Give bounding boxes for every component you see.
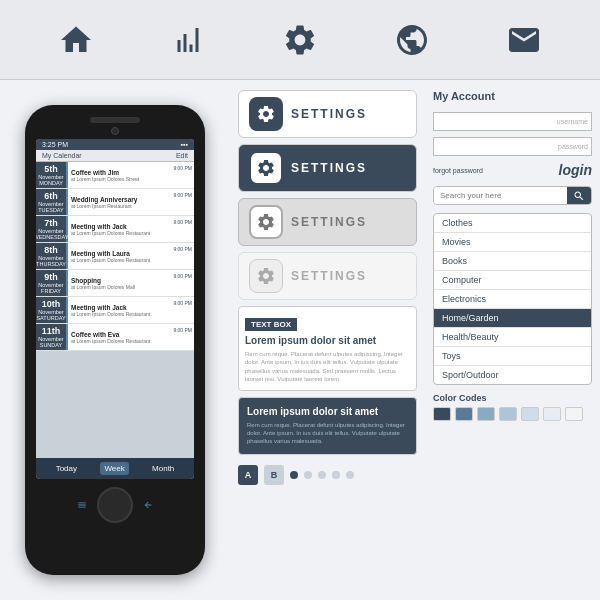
textbox-title-2: Lorem ipsum dolor sit amet (247, 406, 408, 417)
event-date-6: 10th November SATURDAY (36, 297, 68, 323)
settings-button-2[interactable]: SETTINGS (238, 144, 417, 192)
gear-icon[interactable] (270, 10, 330, 70)
swatch-4[interactable] (499, 407, 517, 421)
category-electronics[interactable]: Electronics (434, 290, 591, 309)
settings-icon-4 (249, 259, 283, 293)
category-health-beauty[interactable]: Health/Beauty (434, 328, 591, 347)
phone-time: 3:25 PM (42, 141, 68, 148)
tab-week[interactable]: Week (100, 462, 128, 475)
page-dot-2[interactable] (304, 471, 312, 479)
category-computer[interactable]: Computer (434, 271, 591, 290)
textbox-title-1: Lorem ipsum dolor sit amet (245, 335, 410, 346)
phone-bottom-bar: Today Week Month (36, 458, 194, 479)
search-input[interactable] (434, 187, 567, 204)
swatch-3[interactable] (477, 407, 495, 421)
swatch-1[interactable] (433, 407, 451, 421)
page-btn-b[interactable]: B (264, 465, 284, 485)
event-loc-7: at Lorem Ipsum Dolores Restaurant (71, 338, 168, 344)
calendar-event-7[interactable]: 11th November SUNDAY Coffee with Eva at … (36, 324, 194, 351)
color-codes-title: Color Codes (433, 393, 592, 403)
settings-button-1[interactable]: SETTINGS (238, 90, 417, 138)
page-dot-5[interactable] (346, 471, 354, 479)
tab-today[interactable]: Today (52, 462, 81, 475)
event-date-3: 7th November WEDNESDAY (36, 216, 68, 242)
event-detail-6: Meeting with Jack at Lorem Ipsum Dolores… (68, 297, 171, 323)
home-icon[interactable] (46, 10, 106, 70)
settings-button-3[interactable]: SETTINGS (238, 198, 417, 246)
page-dot-3[interactable] (318, 471, 326, 479)
globe-icon[interactable] (382, 10, 442, 70)
swatch-6[interactable] (543, 407, 561, 421)
edit-button[interactable]: Edit (176, 152, 188, 159)
account-form: username password forgot password login (433, 110, 592, 178)
main-content: 3:25 PM ▪▪▪ My Calendar Edit 5th Novembe… (0, 80, 600, 600)
calendar-event-4[interactable]: 8th November THURSDAY Meeting with Laura… (36, 243, 194, 270)
page-dot-1[interactable] (290, 471, 298, 479)
event-time-2: 9:00 PM (171, 189, 194, 215)
textbox-1: TEXT BOX Lorem ipsum dolor sit amet Rem … (238, 306, 417, 391)
swatch-7[interactable] (565, 407, 583, 421)
username-label: username (557, 117, 588, 124)
swatch-5[interactable] (521, 407, 539, 421)
category-home-garden[interactable]: Home/Garden (434, 309, 591, 328)
phone-section: 3:25 PM ▪▪▪ My Calendar Edit 5th Novembe… (0, 80, 230, 600)
mail-icon[interactable] (494, 10, 554, 70)
day-num-6: 10th (42, 299, 61, 309)
phone-status-bar: 3:25 PM ▪▪▪ (36, 139, 194, 150)
category-list: Clothes Movies Books Computer Electronic… (433, 213, 592, 385)
calendar-event-6[interactable]: 10th November SATURDAY Meeting with Jack… (36, 297, 194, 324)
event-loc-3: at Lorem Ipsum Dolores Restaurant (71, 230, 168, 236)
phone-status-icons: ▪▪▪ (181, 141, 188, 148)
phone: 3:25 PM ▪▪▪ My Calendar Edit 5th Novembe… (25, 105, 205, 575)
event-loc-5: at Lorem Ipsum Dolores Mall (71, 284, 168, 290)
event-date-1: 5th November MONDAY (36, 162, 68, 188)
page-dot-4[interactable] (332, 471, 340, 479)
event-loc-4: at Lorem Ipsum Dolores Restaurant (71, 257, 168, 263)
category-sport-outdoor[interactable]: Sport/Outdoor (434, 366, 591, 384)
event-date-7: 11th November SUNDAY (36, 324, 68, 350)
search-icon (573, 190, 585, 202)
event-title-6: Meeting with Jack (71, 304, 168, 311)
phone-home-bar (25, 479, 205, 531)
category-movies[interactable]: Movies (434, 233, 591, 252)
event-loc-1: at Lorem Ipsum Dolores Street (71, 176, 168, 182)
event-title-3: Meeting with Jack (71, 223, 168, 230)
category-clothes[interactable]: Clothes (434, 214, 591, 233)
event-time-3: 9:00 PM (171, 216, 194, 242)
phone-home-button[interactable] (97, 487, 133, 523)
pagination: A B (238, 461, 417, 489)
day-7: SUNDAY (40, 342, 63, 348)
page-btn-a[interactable]: A (238, 465, 258, 485)
calendar-event-3[interactable]: 7th November WEDNESDAY Meeting with Jack… (36, 216, 194, 243)
calendar-event-1[interactable]: 5th November MONDAY Coffee with Jim at L… (36, 162, 194, 189)
calendar-event-2[interactable]: 6th November TUESDAY Wedding Anniversary… (36, 189, 194, 216)
event-date-4: 8th November THURSDAY (36, 243, 68, 269)
calendar-event-5[interactable]: 9th November FRIDAY Shopping at Lorem Ip… (36, 270, 194, 297)
swatch-2[interactable] (455, 407, 473, 421)
event-title-2: Wedding Anniversary (71, 196, 168, 203)
settings-button-4[interactable]: SETTINGS (238, 252, 417, 300)
day-6: SATURDAY (36, 315, 65, 321)
username-field: username (433, 110, 592, 131)
event-title-4: Meeting with Laura (71, 250, 168, 257)
textbox-body-1: Rem cum reque. Placerat defunt ulputes a… (245, 350, 410, 384)
phone-screen: 3:25 PM ▪▪▪ My Calendar Edit 5th Novembe… (36, 139, 194, 479)
settings-icon-3 (249, 205, 283, 239)
settings-label-2: SETTINGS (291, 161, 367, 175)
tab-month[interactable]: Month (148, 462, 178, 475)
day-3: WEDNESDAY (36, 234, 69, 240)
textbox-label: TEXT BOX (245, 318, 297, 331)
settings-label-1: SETTINGS (291, 107, 367, 121)
chart-icon[interactable] (158, 10, 218, 70)
top-bar (0, 0, 600, 80)
color-codes-section: Color Codes (433, 393, 592, 421)
search-button[interactable] (567, 187, 591, 204)
phone-speaker (90, 117, 140, 123)
forgot-password-link[interactable]: forgot password (433, 167, 483, 174)
category-toys[interactable]: Toys (434, 347, 591, 366)
category-books[interactable]: Books (434, 252, 591, 271)
day-5: FRIDAY (41, 288, 61, 294)
event-detail-5: Shopping at Lorem Ipsum Dolores Mall (68, 270, 171, 296)
login-button[interactable]: login (559, 162, 592, 178)
day-num-5: 9th (44, 272, 58, 282)
